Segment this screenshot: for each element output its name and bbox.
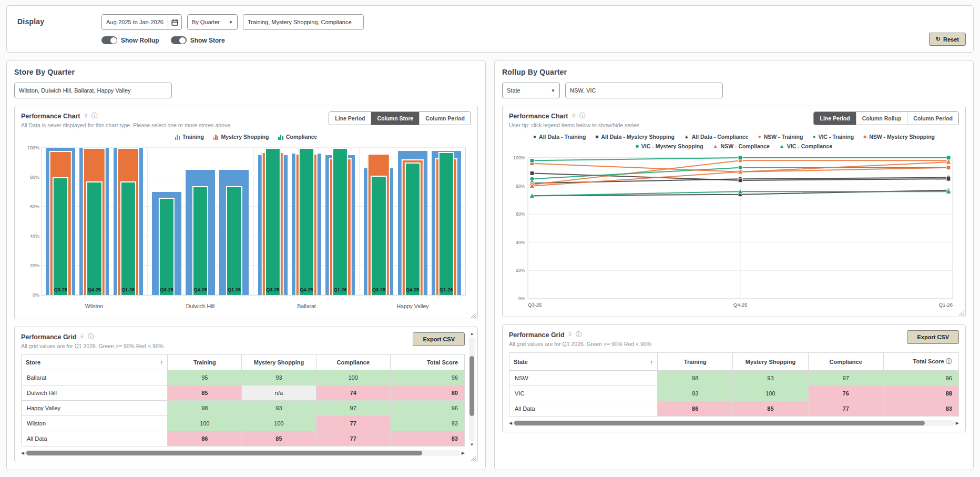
svg-text:Q3-25: Q3-25 — [528, 302, 542, 308]
scrollbar-thumb[interactable] — [514, 421, 925, 425]
store-export-csv-button[interactable]: Export CSV — [413, 332, 465, 346]
legend-item-vic-mystery-shopping[interactable]: ■VIC - Mystery Shopping — [636, 143, 703, 149]
resize-handle[interactable] — [471, 312, 476, 318]
column-header-mystery-shopping[interactable]: Mystery Shopping — [733, 353, 808, 371]
rollup-grid-subtitle: All grid values are for Q1 2026. Green >… — [509, 341, 651, 347]
score-cell: 96 — [390, 370, 464, 385]
display-toggles: Show RollupShow Store — [101, 36, 364, 44]
scroll-left-icon[interactable]: ◀ — [509, 420, 512, 427]
rollup-chart-legend: ●All Data - Training■All Data - Mystery … — [529, 134, 939, 149]
scrollbar-thumb[interactable] — [26, 451, 422, 455]
chart-type-button-column-store[interactable]: Column Store — [371, 112, 419, 125]
rollup-export-csv-button[interactable]: Export CSV — [907, 330, 959, 344]
legend-item-all-data-training[interactable]: ●All Data - Training — [533, 134, 586, 140]
store-grid-horizontal-scrollbar[interactable]: ◀ ▶ — [21, 450, 465, 456]
store-panel-title: Store By Quarter — [14, 68, 478, 76]
rollup-grid-horizontal-scrollbar[interactable]: ◀ ▶ — [509, 420, 959, 427]
rollup-line-chart: 0%20%40%60%80%100%Q3-25Q4-25Q1-26 — [509, 154, 959, 311]
chart-type-button-column-period[interactable]: Column Period — [907, 112, 958, 125]
column-header-total-score[interactable]: Total Score — [390, 355, 464, 370]
table-row-vic: VIC931007688 — [509, 386, 959, 401]
bar-compliance — [120, 181, 136, 295]
sort-ascending-icon[interactable]: ↑ — [650, 359, 654, 365]
info-icon[interactable]: ⓘ — [579, 111, 586, 120]
resize-handle[interactable] — [471, 455, 476, 461]
scroll-right-icon[interactable]: ▶ — [462, 450, 465, 456]
reset-button[interactable]: ↻Reset — [929, 33, 966, 46]
column-header-training[interactable]: Training — [658, 353, 733, 371]
resize-handle[interactable] — [958, 310, 964, 316]
scrollbar-thumb[interactable] — [469, 356, 474, 417]
store-performance-grid-card: Performance Grid ⠿ ⓘ All grid values are… — [14, 327, 478, 462]
legend-item-all-data-compliance[interactable]: ▲All Data - Compliance — [684, 134, 749, 140]
column-header-label: Store — [26, 359, 40, 366]
chart-type-button-line-period[interactable]: Line Period — [329, 112, 371, 125]
toggle-switch[interactable] — [171, 36, 187, 44]
toggle-show-rollup[interactable]: Show Rollup — [101, 36, 159, 44]
rollup-group-select[interactable]: State ▼ — [502, 83, 560, 98]
legend-item-nsw-compliance[interactable]: ▲NSW - Compliance — [713, 143, 770, 149]
table-header-row: Store↑TrainingMystery ShoppingCompliance… — [22, 355, 465, 370]
bar-period-label: Q1-26 — [114, 287, 143, 292]
criteria-input[interactable] — [243, 14, 364, 30]
toggle-knob — [110, 37, 117, 44]
column-header-compliance[interactable]: Compliance — [808, 353, 883, 371]
group-by-select[interactable]: By Quarter ▼ — [187, 14, 238, 30]
chart-type-button-line-period[interactable]: Line Period — [814, 112, 855, 125]
store-filter-input[interactable] — [14, 83, 172, 98]
score-cell: 86 — [658, 401, 733, 417]
column-header-state[interactable]: State↑ — [509, 353, 658, 371]
scroll-left-icon[interactable]: ◀ — [21, 450, 24, 456]
svg-text:Q4-25: Q4-25 — [733, 302, 747, 308]
column-header-total-score[interactable]: Total Score ⓘ — [883, 353, 958, 371]
scroll-down-icon[interactable]: ▼ — [470, 442, 474, 447]
panels-row: Store By Quarter Performance Chart ⠿ ⓘ A… — [6, 60, 974, 470]
toggle-show-store[interactable]: Show Store — [171, 36, 225, 44]
rollup-filter-input[interactable] — [565, 83, 723, 98]
drag-handle-icon[interactable]: ⠿ — [572, 113, 576, 119]
chart-type-button-column-period[interactable]: Column Period — [419, 112, 471, 125]
bar-period-label: Q3-25 — [258, 287, 288, 292]
date-range-input[interactable]: Aug-2025 to Jan-2026 — [101, 14, 182, 30]
legend-item-training[interactable]: Training — [175, 134, 204, 140]
legend-item-vic-training[interactable]: ●VIC - Training — [812, 134, 854, 140]
info-icon[interactable]: ⓘ — [576, 330, 582, 339]
drag-handle-icon[interactable]: ⠿ — [568, 332, 572, 338]
column-header-mystery-shopping[interactable]: Mystery Shopping — [242, 355, 316, 370]
bar-slot-q1-26: Q1-26 — [219, 148, 249, 295]
scroll-right-icon[interactable]: ▶ — [956, 420, 959, 427]
bar-compliance — [53, 177, 68, 295]
store-grid-vertical-scrollbar[interactable]: ▲ ▼ — [468, 331, 475, 447]
svg-text:Q1-26: Q1-26 — [939, 302, 953, 308]
dashboard-page: Display Aug-2025 to Jan-2026 By Quarter … — [0, 0, 980, 477]
info-icon[interactable]: ⓘ — [88, 332, 94, 341]
legend-label: All Data - Mystery Shopping — [601, 134, 674, 140]
info-icon[interactable]: ⓘ — [91, 111, 98, 120]
legend-item-nsw-mystery-shopping[interactable]: ■NSW - Mystery Shopping — [863, 134, 935, 140]
store-chart-title: Performance Chart — [21, 113, 80, 120]
drag-handle-icon[interactable]: ⠿ — [80, 334, 84, 340]
bar-compliance — [405, 163, 421, 295]
legend-item-mystery-shopping[interactable]: Mystery Shopping — [213, 134, 269, 140]
bar-period-label: Q4-25 — [398, 287, 427, 292]
svg-text:80%: 80% — [516, 184, 525, 189]
toggle-switch[interactable] — [101, 36, 117, 44]
y-axis-tick-label: 40% — [23, 234, 39, 239]
info-icon[interactable]: ⓘ — [944, 358, 952, 365]
legend-item-all-data-mystery-shopping[interactable]: ■All Data - Mystery Shopping — [595, 134, 674, 140]
scroll-up-icon[interactable]: ▲ — [470, 331, 474, 336]
table-header-row: State↑TrainingMystery ShoppingCompliance… — [509, 353, 959, 371]
legend-label: NSW - Compliance — [721, 143, 770, 149]
sort-ascending-icon[interactable]: ↑ — [160, 359, 164, 366]
triangle-marker-icon: ▲ — [684, 134, 689, 139]
chart-type-button-column-rollup[interactable]: Column Rollup — [856, 112, 907, 125]
legend-item-vic-compliance[interactable]: ▲VIC - Compliance — [779, 143, 832, 149]
drag-handle-icon[interactable]: ⠿ — [84, 113, 88, 119]
column-header-training[interactable]: Training — [168, 355, 242, 370]
column-header-store[interactable]: Store↑ — [22, 355, 168, 370]
column-header-compliance[interactable]: Compliance — [316, 355, 390, 370]
legend-item-nsw-training[interactable]: ●NSW - Training — [758, 134, 803, 140]
legend-item-compliance[interactable]: Compliance — [278, 134, 317, 140]
column-header-label: Compliance — [336, 359, 369, 366]
calendar-icon[interactable] — [168, 15, 181, 29]
